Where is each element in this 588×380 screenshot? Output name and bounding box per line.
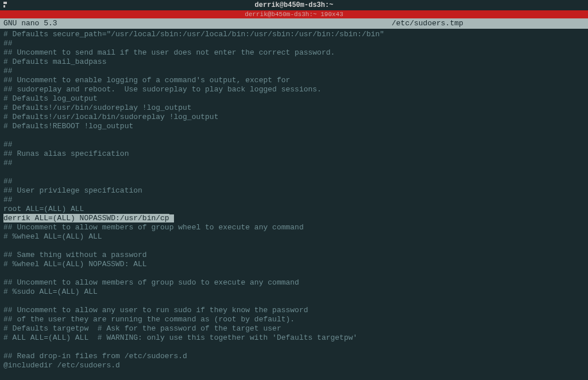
editor-line[interactable]: ## Read drop-in files from /etc/sudoers.… [3,352,585,361]
editor-line[interactable]: ## [3,177,585,186]
editor-line[interactable]: ## Uncomment to allow members of group w… [3,223,585,232]
window-titlebar: derrik@b450m-ds3h:~ [0,0,588,10]
text-cursor [169,214,174,222]
editor-line[interactable]: ## Runas alias specification [3,149,585,159]
editor-line[interactable]: derrik ALL=(ALL) NOPASSWD:/usr/bin/cp [3,214,585,223]
editor-line[interactable]: ## Same thing without a password [3,251,585,260]
nano-header: GNU nano 5.3 /etc/sudoers.tmp [0,18,588,29]
editor-line[interactable]: # Defaults log_output [3,94,585,103]
editor-line[interactable]: ## [3,140,585,149]
editor-line[interactable]: ## [3,67,585,76]
editor-line[interactable]: # Defaults!/usr/local/bin/sudoreplay !lo… [3,113,585,122]
terminal-info-bar: derrik@b450m-ds3h:~ 190x43 [0,10,588,18]
editor-line[interactable]: ## Uncomment to enable logging of a comm… [3,76,585,85]
editor-line[interactable]: ## [3,159,585,168]
window-title: derrik@b450m-ds3h:~ [255,1,334,9]
nano-filename: /etc/sudoers.tmp [196,19,585,28]
editor-line[interactable] [3,168,585,177]
editor-line[interactable]: ## User privilege specification [3,186,585,195]
editor-line[interactable]: # Defaults!REBOOT !log_output [3,122,585,131]
editor-line[interactable]: # Defaults mail_badpass [3,57,585,67]
editor-line[interactable]: ## of the user they are running the comm… [3,315,585,324]
editor-line[interactable]: # Defaults!/usr/bin/sudoreplay !log_outp… [3,103,585,113]
editor-line[interactable]: root ALL=(ALL) ALL [3,205,585,214]
editor-line[interactable]: # ALL ALL=(ALL) ALL # WARNING: only use … [3,333,585,343]
editor-line[interactable]: # %sudo ALL=(ALL) ALL [3,287,585,297]
editor-content[interactable]: # Defaults secure_path="/usr/local/sbin:… [0,29,588,371]
highlighted-text[interactable]: derrik ALL=(ALL) NOPASSWD:/usr/bin/cp [3,214,169,222]
editor-line[interactable]: ## [3,39,585,48]
editor-line[interactable]: # Defaults secure_path="/usr/local/sbin:… [3,30,585,39]
window-icon [3,2,8,7]
editor-line[interactable]: ## sudoreplay and reboot. Use sudoreplay… [3,85,585,94]
editor-line[interactable] [3,269,585,278]
editor-line[interactable]: # %wheel ALL=(ALL) ALL [3,232,585,241]
editor-line[interactable]: ## Uncomment to allow any user to run su… [3,306,585,315]
editor-line[interactable] [3,343,585,352]
editor-line[interactable] [3,131,585,140]
nano-app-name: GNU nano 5.3 [3,19,196,28]
editor-line[interactable] [3,241,585,251]
editor-line[interactable]: # Defaults targetpw # Ask for the passwo… [3,324,585,333]
editor-line[interactable]: ## [3,195,585,205]
editor-line[interactable] [3,297,585,306]
editor-line[interactable]: ## Uncomment to send mail if the user do… [3,48,585,57]
terminal-info-text: derrik@b450m-ds3h:~ 190x43 [245,11,343,18]
editor-line[interactable]: @includedir /etc/sudoers.d [3,361,585,370]
editor-line[interactable]: # %wheel ALL=(ALL) NOPASSWD: ALL [3,260,585,269]
editor-line[interactable]: ## Uncomment to allow members of group s… [3,278,585,287]
